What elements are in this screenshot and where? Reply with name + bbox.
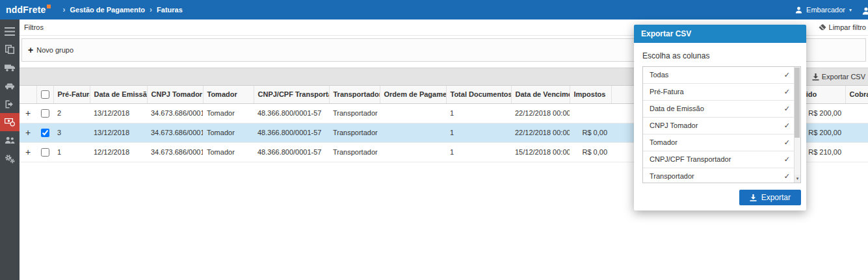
new-group-label: Novo grupo [36, 46, 73, 54]
breadcrumb-item-gestao[interactable]: Gestão de Pagamento [70, 6, 146, 14]
documents-icon [5, 45, 14, 54]
topbar-edge-button[interactable] [860, 6, 868, 18]
sidebar-item-documents[interactable] [0, 40, 20, 58]
column-header-ordem-pagamento[interactable]: Ordem de Pagamento [380, 86, 446, 103]
cell-vencimento: 22/12/2018 00:00 [511, 123, 570, 142]
column-header-impostos[interactable]: Impostos [570, 86, 611, 103]
sidebar-item-truck[interactable] [0, 58, 20, 77]
column-option-cnpj-transportador[interactable]: CNPJ/CPF Transportador ✓ [643, 151, 800, 168]
option-label: Pré-Fatura [650, 88, 684, 95]
topbar: nddFrete › Gestão de Pagamento › Faturas… [0, 0, 868, 19]
modal-footer: Exportar [642, 190, 801, 205]
settings-icon [5, 154, 15, 164]
column-header-vencimento[interactable]: Data de Vencimento [511, 86, 570, 103]
column-header-cnpj-transportador[interactable]: CNPJ/CPF Transportador [254, 86, 329, 103]
cell-transportador: Transportador [329, 142, 380, 162]
cell-transportador: Transportador [329, 103, 380, 123]
users-icon [5, 136, 15, 144]
sidebar-item-car[interactable] [0, 77, 20, 95]
logo-text: nddFrete [6, 5, 46, 15]
modal-body: Escolha as colunas Todas ✓ Pré-Fatura ✓ … [634, 43, 806, 210]
truck-icon [5, 64, 16, 72]
column-option-transportador[interactable]: Transportador ✓ [643, 168, 800, 183]
sidebar-item-menu[interactable] [0, 22, 20, 40]
new-group-button[interactable]: + Novo grupo [28, 45, 73, 55]
check-icon: ✓ [784, 67, 790, 83]
scrollbar-thumb[interactable] [795, 68, 800, 138]
cell-total-documentos: 1 [446, 142, 511, 162]
cell-tomador: Tomador [203, 123, 254, 142]
column-header-cnpj-tomador[interactable]: CNPJ Tomador [147, 86, 203, 103]
sidebar-item-settings[interactable] [0, 149, 20, 168]
sidebar [0, 19, 20, 280]
cell-impostos: R$ 0,00 [570, 123, 611, 142]
plus-icon: + [28, 45, 33, 55]
cell-cnpj-tomador: 34.673.686/0001-01 [147, 123, 203, 142]
expand-row-button[interactable]: + [20, 103, 36, 123]
column-header-prefatura[interactable]: Pré-Fatura [53, 86, 90, 103]
cell-tomador: Tomador [203, 142, 254, 162]
clear-filter-label: Limpar filtro [829, 23, 866, 31]
cell-ordem-pagamento [380, 142, 446, 162]
eraser-icon [819, 24, 826, 31]
expand-row-button[interactable]: + [20, 142, 36, 162]
cell-cobranca [845, 142, 868, 162]
cell-total-documentos: 1 [446, 103, 511, 123]
sidebar-item-export[interactable] [0, 95, 20, 113]
column-header-cobranca[interactable]: Cobrança [845, 86, 868, 103]
export-csv-link[interactable]: Exportar CSV [812, 73, 865, 81]
user-menu[interactable]: Embarcador ▾ [795, 0, 852, 19]
expand-row-button[interactable]: + [20, 123, 36, 142]
option-label: CNPJ/CPF Transportador [650, 155, 731, 163]
cell-prefatura: 3 [53, 123, 90, 142]
modal-subtitle: Escolha as colunas [642, 51, 801, 60]
select-all-checkbox[interactable] [41, 90, 49, 99]
app-logo[interactable]: nddFrete [6, 5, 46, 15]
check-icon: ✓ [784, 134, 790, 151]
export-button[interactable]: Exportar [739, 190, 801, 205]
cell-select [36, 142, 53, 162]
column-header-expand [20, 86, 36, 103]
list-scrollbar[interactable]: ▾ [794, 67, 800, 183]
column-option-prefatura[interactable]: Pré-Fatura ✓ [643, 84, 800, 101]
cell-impostos: R$ 0,00 [570, 142, 611, 162]
cell-tomador: Tomador [203, 103, 254, 123]
column-header-tomador[interactable]: Tomador [203, 86, 254, 103]
cell-ordem-pagamento [380, 123, 446, 142]
column-option-cnpj-tomador[interactable]: CNPJ Tomador ✓ [643, 118, 800, 134]
cell-cnpj-tomador: 34.673.686/0001-01 [147, 142, 203, 162]
check-icon: ✓ [784, 84, 790, 100]
row-checkbox[interactable] [41, 148, 49, 157]
cell-impostos [570, 103, 611, 123]
cell-ordem-pagamento [380, 103, 446, 123]
column-header-total-documentos[interactable]: Total Documentos [446, 86, 511, 103]
cell-cnpj-transportador: 48.366.800/0001-57 [254, 142, 329, 162]
column-header-emissao-label: Data de Emissão [94, 90, 148, 98]
column-header-emissao[interactable]: Data de Emissão↓ [90, 86, 147, 103]
cell-emissao: 13/12/2018 [90, 123, 147, 142]
clear-filter-button[interactable]: Limpar filtro [819, 23, 866, 31]
export-csv-label: Exportar CSV [822, 73, 865, 81]
cell-vencimento: 15/12/2018 00:00 [511, 142, 570, 162]
check-icon: ✓ [784, 151, 790, 168]
cell-emissao: 12/12/2018 [90, 142, 147, 162]
user-icon [860, 7, 868, 15]
download-icon [812, 73, 819, 81]
sidebar-item-payments[interactable] [0, 113, 20, 131]
export-csv-modal: Exportar CSV Escolha as colunas Todas ✓ … [634, 25, 806, 210]
option-label: Tomador [650, 138, 677, 146]
column-option-todas[interactable]: Todas ✓ [643, 67, 800, 84]
option-label: CNPJ Tomador [650, 121, 698, 129]
cell-prefatura: 2 [53, 103, 90, 123]
check-icon: ✓ [784, 101, 790, 117]
scroll-down-button[interactable]: ▾ [795, 175, 800, 183]
breadcrumb: › Gestão de Pagamento › Faturas [63, 5, 183, 14]
chevron-right-icon: › [150, 5, 152, 14]
column-header-transportador[interactable]: Transportador [329, 86, 380, 103]
sidebar-item-users[interactable] [0, 131, 20, 149]
column-option-tomador[interactable]: Tomador ✓ [643, 134, 800, 151]
breadcrumb-item-faturas[interactable]: Faturas [157, 6, 183, 14]
row-checkbox[interactable] [41, 109, 49, 118]
column-option-data-emissao[interactable]: Data de Emissão ✓ [643, 101, 800, 118]
row-checkbox[interactable] [41, 129, 49, 137]
